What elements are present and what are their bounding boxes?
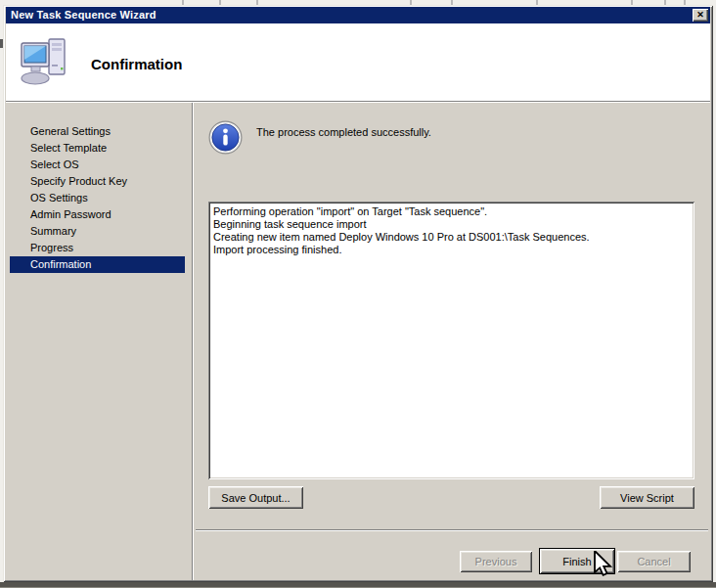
screen: New Task Sequence Wizard ✕ xyxy=(0,0,716,588)
step-progress: Progress xyxy=(10,240,185,256)
page-title: Confirmation xyxy=(91,56,182,72)
view-script-button[interactable]: View Script xyxy=(600,486,694,509)
window-title: New Task Sequence Wizard xyxy=(11,9,157,21)
step-summary: Summary xyxy=(10,223,185,240)
output-textbox[interactable]: Performing operation "import" on Target … xyxy=(208,202,694,479)
output-line: Beginning task sequence import xyxy=(213,218,690,231)
step-select-template: Select Template xyxy=(10,140,185,157)
info-icon xyxy=(208,120,243,157)
wizard-steps-nav: General Settings Select Template Select … xyxy=(10,123,185,273)
output-line: Import processing finished. xyxy=(213,244,690,256)
step-specify-product-key: Specify Product Key xyxy=(10,173,185,190)
step-os-settings: OS Settings xyxy=(10,190,185,206)
output-line: Performing operation "import" on Target … xyxy=(213,205,690,218)
close-button[interactable]: ✕ xyxy=(693,9,708,22)
cancel-button[interactable]: Cancel xyxy=(617,551,691,572)
title-bar[interactable]: New Task Sequence Wizard ✕ xyxy=(6,7,710,23)
wizard-header: Confirmation xyxy=(6,23,710,101)
step-select-os: Select OS xyxy=(10,157,185,173)
new-task-sequence-wizard-dialog: New Task Sequence Wizard ✕ xyxy=(3,5,713,582)
header-separator xyxy=(6,101,710,103)
sidebar-divider xyxy=(192,103,194,580)
save-output-button[interactable]: Save Output... xyxy=(208,486,303,509)
close-icon: ✕ xyxy=(696,11,704,20)
step-admin-password: Admin Password xyxy=(10,206,185,223)
step-confirmation: Confirmation xyxy=(10,256,185,273)
computer-icon xyxy=(20,35,70,88)
output-line: Creating new item named Deploy Windows 1… xyxy=(213,231,690,244)
status-message: The process completed successfully. xyxy=(256,126,431,138)
taskbar-edge xyxy=(0,582,716,588)
finish-button[interactable]: Finish xyxy=(539,548,615,574)
step-general-settings: General Settings xyxy=(10,123,185,140)
footer-separator xyxy=(196,529,708,531)
previous-button[interactable]: Previous xyxy=(460,551,532,572)
